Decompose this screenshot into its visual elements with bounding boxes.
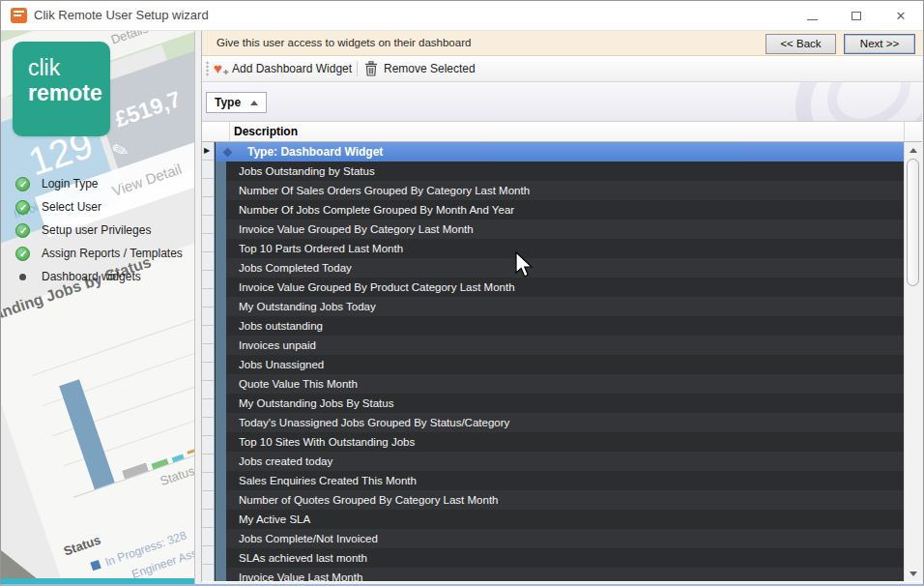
decor-details-text: Details [109, 31, 150, 47]
row-label: Sales Enquiries Created This Month [239, 475, 417, 486]
arrow-up-icon [910, 148, 917, 153]
toolbar: ♥ ✚ Add Dashboard Widget Remove Selected [202, 56, 922, 82]
row-indicator-cell [202, 197, 214, 216]
step-label: Assign Reports / Templates [42, 247, 183, 260]
heart-add-icon: ♥ [214, 60, 222, 77]
decor-gridline [32, 293, 195, 376]
scroll-thumb[interactable] [907, 159, 919, 286]
wizard-step: Dashboard widgets [1, 265, 195, 288]
minimize-icon [807, 19, 818, 20]
table-row[interactable]: My Active SLA [226, 510, 904, 529]
step-status-icon [15, 200, 30, 215]
row-label: Invoice Value Grouped By Product Categor… [239, 281, 515, 293]
row-indicator-cell [202, 252, 214, 271]
minimize-button[interactable] [790, 1, 834, 30]
current-row-arrow-icon: ▶ [204, 146, 210, 156]
row-indicator-cell [202, 528, 214, 546]
group-field-label: Type [215, 96, 241, 109]
decor-teal-strip [1, 578, 195, 584]
trash-icon [364, 61, 378, 76]
row-label: Invoices unpaid [239, 339, 316, 351]
table-row[interactable]: Invoice Value Last Month [226, 568, 904, 581]
row-indicator-cell [202, 418, 214, 436]
table-row[interactable]: Jobs Completed Today [226, 258, 904, 278]
table-row[interactable]: Invoice Value Grouped By Product Categor… [226, 278, 904, 297]
table-row[interactable]: Invoices unpaid [226, 336, 904, 355]
wizard-window: Clik Remote User Setup wizard ✕ Details … [0, 0, 924, 586]
sort-ascending-icon [250, 101, 258, 105]
grid-header-corner [202, 122, 230, 141]
group-row[interactable]: Type: Dashboard Widget [216, 142, 904, 161]
next-button[interactable]: Next >> [844, 34, 915, 54]
row-indicator-cell [202, 510, 214, 528]
table-row[interactable]: SLAs achieved last month [226, 548, 904, 568]
add-dashboard-widget-button[interactable]: Add Dashboard Widget [232, 56, 352, 81]
table-row[interactable]: Jobs created today [226, 452, 904, 471]
row-label: Jobs Outstanding by Status [239, 165, 375, 177]
titlebar: Clik Remote User Setup wizard ✕ [1, 1, 923, 31]
step-status-icon [15, 270, 30, 284]
app-icon [11, 8, 27, 23]
step-label: Dashboard widgets [42, 270, 141, 283]
row-indicator-cell: ▶ [202, 142, 214, 161]
window-controls: ✕ [790, 1, 923, 30]
group-collapse-icon[interactable] [223, 148, 233, 158]
row-label: Invoice Value Last Month [239, 571, 362, 581]
scroll-up-button[interactable] [905, 142, 922, 158]
row-label: My Active SLA [239, 513, 310, 525]
step-status-icon [15, 177, 30, 191]
row-indicator-cell [202, 436, 214, 454]
decor-chart-bar-small [122, 462, 149, 479]
row-indicator-cell [202, 381, 214, 399]
logo-text-clik: clik [28, 55, 110, 80]
remove-selected-button[interactable]: Remove Selected [384, 56, 476, 81]
wizard-step: Select User [1, 195, 195, 219]
table-row[interactable]: My Outstanding Jobs By Status [226, 394, 904, 413]
table-row[interactable]: Top 10 Sites With Outstanding Jobs [226, 432, 904, 452]
back-button[interactable]: << Back [765, 34, 836, 54]
wizard-step: Assign Reports / Templates [1, 242, 195, 265]
scroll-down-button[interactable] [905, 566, 922, 581]
logo-text-remote: remote [28, 80, 110, 105]
row-indicator-cell [202, 491, 214, 510]
row-label: Jobs Complete/Not Invoiced [239, 533, 378, 544]
row-indicator-cell [202, 161, 214, 179]
group-by-type-button[interactable]: Type [206, 92, 267, 113]
row-label: Jobs outstanding [239, 320, 323, 332]
maximize-button[interactable] [834, 1, 879, 30]
row-indicator-cell [202, 399, 214, 418]
step-status-icon [15, 223, 30, 238]
row-label: Jobs Completed Today [239, 262, 352, 274]
row-indicator-column: ▶ [202, 142, 215, 581]
row-label: Number of Quotes Grouped By Category Las… [239, 494, 498, 506]
table-row[interactable]: Jobs Complete/Not Invoiced [226, 529, 904, 548]
row-label: Number Of Sales Orders Grouped By Catego… [239, 185, 530, 196]
step-label: Setup user Privileges [42, 223, 151, 237]
table-row[interactable]: Top 10 Parts Ordered Last Month [226, 239, 904, 258]
table-row[interactable]: Quote Value This Month [226, 374, 904, 394]
table-row[interactable]: Jobs Unassigned [226, 355, 904, 374]
clik-remote-logo: clik remote [13, 42, 110, 136]
row-indicator-cell [202, 473, 214, 491]
table-row[interactable]: My Outstanding Jobs Today [226, 297, 904, 316]
table-row[interactable]: Number of Quotes Grouped By Category Las… [226, 490, 904, 510]
toolbar-grip[interactable] [206, 61, 209, 76]
close-button[interactable]: ✕ [879, 1, 923, 30]
vertical-scrollbar[interactable] [904, 142, 922, 581]
table-row[interactable]: Jobs Outstanding by Status [226, 161, 904, 181]
row-indicator-cell [202, 271, 214, 289]
row-label: Jobs created today [239, 455, 332, 467]
table-row[interactable]: Today's Unassigned Jobs Grouped By Statu… [226, 413, 904, 432]
table-row[interactable]: Jobs outstanding [226, 316, 904, 336]
table-row[interactable]: Number Of Sales Orders Grouped By Catego… [226, 181, 904, 200]
row-label: My Outstanding Jobs By Status [239, 397, 393, 409]
column-header-description[interactable]: Description [230, 122, 905, 141]
widgets-grid: Description ▶ Type: Dashboard Widget Job… [202, 122, 922, 582]
table-row[interactable]: Sales Enquiries Created This Month [226, 471, 904, 490]
table-row[interactable]: Invoice Value Grouped By Category Last M… [226, 220, 904, 239]
decor-x-axis-label: Status [159, 463, 195, 488]
wizard-step: Setup user Privileges [1, 219, 195, 242]
main-panel: Give this user access to widgets on thei… [201, 31, 922, 582]
row-label: Invoice Value Grouped By Category Last M… [239, 223, 474, 235]
table-row[interactable]: Number Of Jobs Complete Grouped By Month… [226, 200, 904, 220]
